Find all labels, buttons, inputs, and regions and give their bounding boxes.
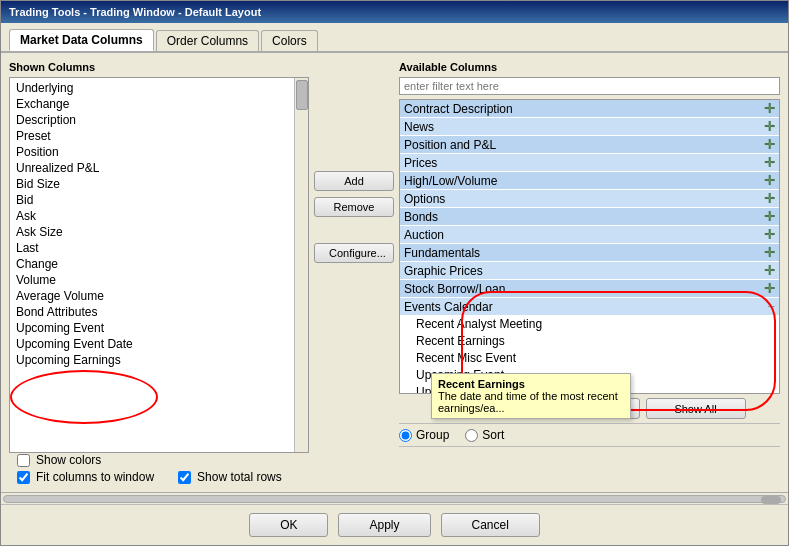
shown-column-item[interactable]: Last (12, 240, 292, 256)
window-title: Trading Tools - Trading Window - Default… (9, 6, 261, 18)
radio-group-option[interactable]: Group (399, 428, 449, 442)
available-column-item[interactable]: News✛ (400, 118, 779, 135)
available-item-name: Graphic Prices (404, 264, 483, 278)
add-column-icon[interactable]: ✛ (764, 119, 775, 134)
shown-column-item[interactable]: Volume (12, 272, 292, 288)
add-column-icon[interactable]: ✛ (764, 173, 775, 188)
available-item-name: Options (404, 192, 445, 206)
footer: OK Apply Cancel (1, 504, 788, 545)
add-column-icon[interactable]: ✛ (764, 209, 775, 224)
scrollbar-thumb[interactable] (761, 496, 781, 504)
shown-column-item[interactable]: Unrealized P&L (12, 160, 292, 176)
shown-column-item[interactable]: Average Volume (12, 288, 292, 304)
shown-column-item[interactable]: Ask Size (12, 224, 292, 240)
sort-group-options: Group Sort (399, 423, 780, 447)
available-item-name: Fundamentals (404, 246, 480, 260)
shown-column-item[interactable]: Upcoming Earnings (12, 352, 292, 368)
shown-columns-scrollbar[interactable] (294, 78, 308, 452)
available-item-name: Events Calendar (404, 300, 493, 314)
available-item-name: Recent Analyst Meeting (416, 317, 542, 331)
tab-order-columns[interactable]: Order Columns (156, 30, 259, 51)
apply-button[interactable]: Apply (338, 513, 430, 537)
scroll-thumb[interactable] (296, 80, 308, 110)
show-colors-checkbox[interactable] (17, 454, 30, 467)
shown-column-item[interactable]: Exchange (12, 96, 292, 112)
available-column-item[interactable]: Graphic Prices✛ (400, 262, 779, 279)
available-item-name: Recent Earnings (416, 334, 505, 348)
show-total-rows-checkbox[interactable] (178, 471, 191, 484)
available-item-name: Prices (404, 156, 437, 170)
add-column-icon[interactable]: ✛ (764, 101, 775, 116)
remove-button[interactable]: Remove (314, 197, 394, 217)
available-item-name: Stock Borrow/Loan (404, 282, 505, 296)
add-column-icon[interactable]: ✛ (764, 155, 775, 170)
cancel-button[interactable]: Cancel (441, 513, 540, 537)
available-column-item[interactable]: Bonds✛ (400, 208, 779, 225)
show-all-button[interactable]: Show All (646, 398, 746, 419)
shown-list-inner: UnderlyingExchangeDescriptionPresetPosit… (10, 78, 294, 452)
add-column-icon[interactable]: ✛ (764, 227, 775, 242)
fit-columns-row: Fit columns to window (17, 470, 154, 484)
radio-sort-option[interactable]: Sort (465, 428, 504, 442)
fit-columns-checkbox[interactable] (17, 471, 30, 484)
available-column-item[interactable]: Fundamentals✛ (400, 244, 779, 261)
available-column-item[interactable]: Events Calendar− (400, 298, 779, 315)
show-colors-row: Show colors (17, 453, 780, 467)
bottom-checkboxes: Show colors Fit columns to window Show t… (9, 453, 780, 484)
available-column-item[interactable]: Prices✛ (400, 154, 779, 171)
shown-column-item[interactable]: Underlying (12, 80, 292, 96)
available-item-name: News (404, 120, 434, 134)
add-column-icon[interactable]: ✛ (764, 191, 775, 206)
available-columns-list[interactable]: Contract Description✛News✛Position and P… (399, 99, 780, 394)
sort-radio[interactable] (465, 429, 478, 442)
available-columns-label: Available Columns (399, 61, 780, 73)
main-area: Shown Columns UnderlyingExchangeDescript… (9, 61, 780, 453)
available-column-item[interactable]: Auction✛ (400, 226, 779, 243)
add-column-icon[interactable]: ✛ (764, 281, 775, 296)
configure-button[interactable]: Configure... (314, 243, 394, 263)
available-column-item[interactable]: Options✛ (400, 190, 779, 207)
add-column-icon[interactable]: ✛ (764, 245, 775, 260)
available-column-item[interactable]: High/Low/Volume✛ (400, 172, 779, 189)
available-item-name: Auction (404, 228, 444, 242)
tab-colors[interactable]: Colors (261, 30, 318, 51)
middle-buttons-area: Add Remove Configure... (309, 61, 399, 453)
shown-column-item[interactable]: Position (12, 144, 292, 160)
shown-columns-list[interactable]: UnderlyingExchangeDescriptionPresetPosit… (9, 77, 309, 453)
available-column-item[interactable]: Recent Misc Event (400, 350, 779, 366)
available-column-item[interactable]: Contract Description✛ (400, 100, 779, 117)
available-column-item[interactable]: Position and P&L✛ (400, 136, 779, 153)
available-item-name: Bonds (404, 210, 438, 224)
add-column-icon[interactable]: ✛ (764, 263, 775, 278)
shown-columns-label: Shown Columns (9, 61, 309, 73)
bottom-scrollbar[interactable] (1, 492, 788, 504)
scrollbar-track[interactable] (3, 495, 786, 503)
ok-button[interactable]: OK (249, 513, 328, 537)
tab-market-data[interactable]: Market Data Columns (9, 29, 154, 51)
shown-column-item[interactable]: Upcoming Event (12, 320, 292, 336)
add-column-icon[interactable]: ✛ (764, 137, 775, 152)
filter-input[interactable] (399, 77, 780, 95)
tooltip-title: Recent Earnings (438, 378, 624, 390)
shown-column-item[interactable]: Change (12, 256, 292, 272)
available-column-item[interactable]: Recent Earnings (400, 333, 779, 349)
main-window: Trading Tools - Trading Window - Default… (0, 0, 789, 546)
available-item-name: Position and P&L (404, 138, 496, 152)
shown-column-item[interactable]: Bid (12, 192, 292, 208)
available-item-name: High/Low/Volume (404, 174, 497, 188)
available-item-name: Recent Misc Event (416, 351, 516, 365)
tooltip-text: The date and time of the most recent ear… (438, 390, 624, 414)
shown-column-item[interactable]: Bid Size (12, 176, 292, 192)
shown-column-item[interactable]: Ask (12, 208, 292, 224)
shown-column-item[interactable]: Bond Attributes (12, 304, 292, 320)
available-column-item[interactable]: Stock Borrow/Loan✛ (400, 280, 779, 297)
title-bar: Trading Tools - Trading Window - Default… (1, 1, 788, 23)
available-column-item[interactable]: Recent Analyst Meeting (400, 316, 779, 332)
group-radio[interactable] (399, 429, 412, 442)
shown-column-item[interactable]: Preset (12, 128, 292, 144)
content-area: Shown Columns UnderlyingExchangeDescript… (1, 53, 788, 492)
add-button[interactable]: Add (314, 171, 394, 191)
shown-column-item[interactable]: Description (12, 112, 292, 128)
shown-column-item[interactable]: Upcoming Event Date (12, 336, 292, 352)
remove-column-icon[interactable]: − (767, 299, 775, 314)
